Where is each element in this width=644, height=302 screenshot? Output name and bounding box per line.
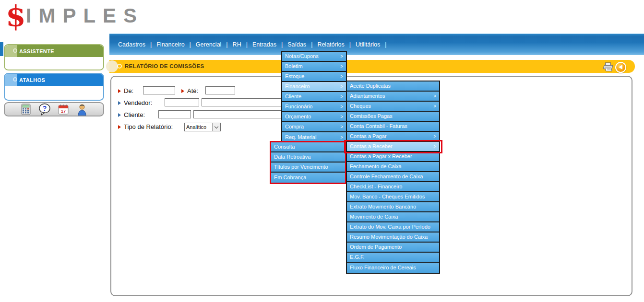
submenu-item[interactable]: Aceite Duplicatas > [347,81,439,92]
menu-item[interactable]: Funcionário > [282,102,346,112]
submenu-item-label: Adiantamentos [350,92,431,101]
submenu-item-label: E.G.F. [350,253,431,262]
menu-item-label: Orçamento [285,112,338,121]
top-menubar: Cadastros | Financeiro | Gerencial | RH … [109,34,644,55]
submenu-item-label: Contas a Pagar x Receber [350,152,431,161]
menubar-item[interactable]: Entradas [251,41,277,48]
atalhos-panel: ATALHOS [4,73,104,101]
menu-item-label: Notas/Cupons [285,52,338,61]
menubar-item[interactable]: RH [232,41,242,48]
submenu-arrow-icon: > [433,102,436,111]
submenu-item[interactable]: Movimento de Caixa > [347,212,439,222]
submenu-arrow-icon: > [340,62,343,71]
chevron-down-icon [215,124,218,128]
tipo-relatorio-select[interactable]: Analítico [184,123,221,131]
menu-item[interactable]: Orçamento > [282,112,346,122]
submenu-arrow-icon: > [433,92,436,101]
menu-item[interactable]: Data Retroativa > [271,152,345,163]
tipo-relatorio-value: Analítico [185,124,212,130]
menu-item[interactable]: Boletim > [282,62,346,72]
submenu-item[interactable]: Controle Fechamento de Caixa > [347,172,439,182]
submenu-item-label: Cheques [350,102,431,111]
menu-item[interactable]: Notas/Cupons > [282,52,346,62]
menubar-separator: | [385,41,386,48]
ate-input[interactable] [205,86,235,94]
menubar-separator: | [246,41,248,48]
menubar-item[interactable]: Gerencial [195,41,223,48]
submenu-item-label: Controle Fechamento de Caixa [350,172,431,181]
assistente-header[interactable]: ASSISTENTE [5,45,103,57]
submenu-item[interactable]: Extrato Movimento Bancário > [347,202,439,212]
menu-item[interactable]: Títulos por Vencimento > [271,163,345,173]
submenu-item[interactable]: Contas a Receber > [347,142,439,152]
menubar-item[interactable]: Financeiro [155,41,185,48]
menu-item[interactable]: Compra > [282,122,346,132]
submenu-item[interactable]: Cheques > [347,102,439,112]
submenu-item[interactable]: Fechamento de Caixa > [347,162,439,172]
menubar-item[interactable]: Saídas [286,41,307,48]
sidebar-toolbar: ? 17 [4,102,104,116]
submenu-item[interactable]: Mov. Banco - Cheques Emitidos > [347,192,439,202]
financeiro-submenu: Aceite Duplicatas > Adiantamentos > Cheq… [346,81,440,274]
submenu-item[interactable]: E.G.F. > [347,253,439,263]
menu-item-label: Funcionário [285,102,338,111]
submenu-item[interactable]: Contas a Pagar x Receber > [347,152,439,162]
user-icon[interactable] [76,103,88,116]
vendedor-marker-icon [118,101,121,105]
menubar-separator: | [190,41,191,48]
titlebar-decor-ring [117,64,122,69]
menu-item-label: Boletim [285,62,338,71]
assistente-decor-ring [13,48,17,53]
ate-marker-icon [181,89,184,93]
submenu-item[interactable]: Contas a Pagar > [347,132,439,142]
back-arrow-icon [619,65,622,70]
relatorios-menu: Notas/Cupons > Boletim > Estoque > Finan… [281,51,347,143]
submenu-item[interactable]: Comissões Pagas > [347,112,439,122]
menubar-item[interactable]: Cadastros [117,41,146,48]
menubar-separator: | [311,41,312,48]
submenu-item[interactable]: Extrato do Mov. Caixa por Período > [347,222,439,232]
menu-item[interactable]: Cliente > [282,92,346,102]
submenu-item-label: Comissões Pagas [350,112,431,121]
tipo-marker-icon [118,125,121,129]
menu-item[interactable]: Estoque > [282,72,346,82]
menu-item[interactable]: Financeiro > [282,82,346,92]
submenu-item-label: Ordem de Pagamento [350,243,431,252]
submenu-item[interactable]: Adiantamentos > [347,92,439,102]
titlebar-decor-disk [106,60,118,72]
menu-item-label: Cliente [285,92,338,101]
submenu-item[interactable]: CheckList - Financeiro > [347,182,439,192]
help-icon[interactable]: ? [38,103,51,116]
svg-text:17: 17 [61,109,66,114]
menubar-items: Cadastros | Financeiro | Gerencial | RH … [109,34,644,55]
submenu-item[interactable]: Conta Contabil - Faturas > [347,122,439,132]
page-title: RELATÓRIO DE COMISSÕES [125,63,204,69]
vendedor-code-input[interactable] [165,98,199,106]
submenu-arrow-icon: > [433,132,436,141]
submenu-item[interactable]: Ordem de Pagamento > [347,243,439,253]
submenu-arrow-icon: > [340,52,343,61]
vendedor-label: Vendedor: [124,99,152,106]
submenu-item[interactable]: Resumo Movimentação do Caixa > [347,232,439,243]
cliente-marker-icon [118,113,121,117]
atalhos-header[interactable]: ATALHOS [5,74,103,86]
calculator-icon[interactable] [20,103,32,116]
calendar-icon[interactable]: 17 [57,103,70,116]
left-blue-strip [0,42,3,56]
menu-item[interactable]: Em Cobrança > [271,173,345,183]
print-icon[interactable] [602,61,614,73]
menubar-item[interactable]: Utilitários [355,41,381,48]
menu-item-label: Estoque [285,72,338,81]
submenu-item[interactable]: Fluxo Financeiro de Cereais > [347,263,439,273]
menu-item-label: Compra [285,122,338,131]
select-dropdown-button[interactable] [212,123,220,131]
menubar-item[interactable]: Relatórios [316,41,345,48]
relatorios-menu-annotated-group: Consulta > Data Retroativa > Títulos por… [270,141,346,184]
back-button[interactable] [615,62,626,73]
menubar-separator: | [281,41,283,48]
de-input[interactable] [143,86,175,94]
menu-item[interactable]: Consulta > [271,142,345,152]
cliente-code-input[interactable] [158,110,191,118]
menubar-separator: | [150,41,152,48]
menu-item-label: Data Retroativa [274,152,337,162]
